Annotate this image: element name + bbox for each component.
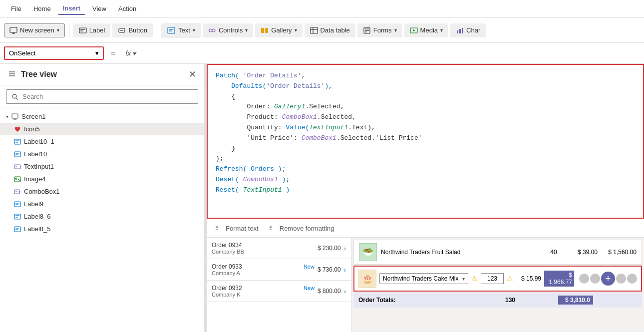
sidebar-menu-icon[interactable] (8, 70, 16, 79)
code-line-11: Reset( ComboBox1 ); (216, 175, 635, 185)
menu-home[interactable]: Home (28, 3, 56, 14)
code-line-9: ); (216, 154, 635, 164)
chart-button[interactable]: Char (450, 23, 486, 37)
tree-item-label8-5[interactable]: Label8_5 (0, 223, 204, 235)
cake-unit: $ 15.99 (516, 275, 541, 282)
fruit-img: 🥗 (359, 243, 377, 261)
tree-item-label10[interactable]: Label10 (0, 148, 204, 160)
formula-fx-btn[interactable]: fx ▾ (122, 49, 139, 57)
code-line-7: 'Unit Price': ComboBox1.Selected.'List P… (216, 133, 635, 144)
svg-rect-13 (261, 28, 264, 33)
warning-icon-2: ⚠ (507, 275, 513, 283)
svg-marker-47 (19, 191, 20, 193)
cake-combo[interactable]: Northwind Traders Cake Mix ▾ (379, 273, 468, 284)
controls-button[interactable]: Controls ▾ (203, 23, 253, 37)
code-editor[interactable]: Patch( 'Order Details', Defaults('Order … (207, 64, 644, 219)
code-line-10: Refresh( Orders ); (216, 164, 635, 175)
forms-icon (363, 26, 371, 34)
add-circle-btn[interactable]: + (601, 272, 615, 286)
tree-label-icon5: Icon5 (24, 125, 40, 133)
formula-bar: OnSelect ▾ = fx ▾ (0, 43, 644, 64)
cake-product-name: Northwind Traders Cake Mix (383, 275, 461, 282)
textinput-tree-icon (14, 163, 21, 170)
tree-expand-screen1: ▾ (6, 114, 8, 119)
tree-item-image4[interactable]: Image4 (0, 173, 204, 185)
remove-formatting-label: Remove formatting (280, 225, 334, 232)
svg-rect-8 (168, 27, 175, 33)
order-price-bb: $ 230.00 (318, 245, 341, 252)
screen-icon (9, 26, 17, 34)
fruit-qty: 40 (544, 249, 564, 256)
svg-rect-24 (457, 30, 458, 33)
remove-formatting-button[interactable]: Remove formatting (269, 224, 334, 232)
button-button[interactable]: Button (112, 23, 153, 37)
sidebar-search-area (0, 85, 204, 108)
label5-tree-icon (14, 226, 21, 233)
menu-insert[interactable]: Insert (58, 2, 85, 15)
gallery-btn-label: Gallery (271, 26, 292, 34)
label-button[interactable]: Label (73, 23, 111, 37)
text-button[interactable]: Text ▾ (161, 23, 201, 38)
gallery-icon (261, 26, 269, 34)
fruit-unit: $ 39.00 (568, 249, 598, 256)
menu-view[interactable]: View (87, 3, 111, 14)
screen-tree-icon (11, 113, 18, 120)
tree-item-label8-6[interactable]: Label8_6 (0, 210, 204, 223)
tree-item-label9[interactable]: Label9 (0, 198, 204, 210)
order-status-k: New (304, 285, 315, 291)
tree-item-screen1[interactable]: ▾ Screen1 (0, 110, 204, 123)
order-row-k[interactable]: Order 0932 New Company K $ 800.00 › (207, 281, 351, 302)
remove-format-icon (269, 224, 277, 232)
order-arrow-k[interactable]: › (344, 288, 346, 295)
order-arrow-bb[interactable]: › (344, 245, 346, 252)
order-arrow-a[interactable]: › (344, 266, 346, 274)
media-button[interactable]: Media ▾ (404, 23, 448, 37)
totals-label: Order Totals: (358, 297, 496, 304)
tree-item-icon5[interactable]: Icon5 (0, 123, 204, 135)
format-text-button[interactable]: Format text (215, 224, 259, 232)
tree-label-label8-6: Label8_6 (24, 213, 51, 220)
tree-item-textinput1[interactable]: TextInput1 (0, 160, 204, 173)
order-row-a[interactable]: Order 0933 New Company A $ 736.00 › (207, 259, 351, 281)
order-price-a: $ 736.00 (318, 266, 341, 273)
tree-item-combobox1[interactable]: ComboBox1 (0, 185, 204, 198)
tree-item-label10-1[interactable]: Label10_1 (0, 135, 204, 148)
gallery-button[interactable]: Gallery ▾ (255, 23, 302, 37)
svg-point-30 (12, 94, 16, 98)
order-status-a: New (304, 264, 315, 270)
toolbar-separator-1 (69, 23, 69, 37)
new-screen-button[interactable]: New screen ▾ (4, 23, 65, 37)
content-area: Patch( 'Order Details', Defaults('Order … (207, 64, 644, 332)
formula-eq: = (108, 49, 118, 58)
totals-total: $ 3,810.0 (558, 296, 593, 305)
combo-tree-icon (14, 188, 21, 195)
data-table-button[interactable]: Data table (305, 23, 355, 37)
order-price-k: $ 800.00 (318, 288, 341, 295)
svg-point-12 (212, 29, 215, 32)
circle-3 (616, 274, 626, 284)
menu-file[interactable]: File (6, 3, 26, 14)
code-line-4: Order: Gallery1.Selected, (216, 102, 635, 112)
button-btn-label: Button (128, 26, 147, 34)
tree-label-label8-5: Label8_5 (24, 225, 51, 233)
fruit-total: $ 1,560.00 (602, 249, 637, 256)
data-table-icon (310, 26, 318, 34)
tree-label-image4: Image4 (24, 175, 45, 183)
menu-action[interactable]: Action (113, 3, 141, 14)
product-row-cake: 🎂 Northwind Traders Cake Mix ▾ ⚠ 123 ⚠ $… (353, 266, 642, 292)
svg-rect-26 (462, 28, 463, 33)
sidebar-close-button[interactable]: ✕ (189, 69, 196, 80)
new-screen-label: New screen (20, 26, 54, 34)
data-table-btn-label: Data table (321, 26, 350, 34)
formula-dropdown-value: OnSelect (9, 49, 35, 57)
forms-button[interactable]: Forms ▾ (357, 23, 402, 37)
order-row-bb[interactable]: Order 0934 Company BB $ 230.00 › (207, 238, 351, 259)
cake-qty[interactable]: 123 (481, 273, 504, 284)
tree-label-label10-1: Label10_1 (24, 138, 54, 145)
search-input[interactable] (22, 93, 193, 100)
formula-dropdown[interactable]: OnSelect ▾ (4, 46, 104, 60)
circle-1 (579, 274, 589, 284)
circle-4 (627, 274, 637, 284)
search-box[interactable] (6, 89, 198, 104)
cake-img: 🎂 (358, 270, 376, 288)
